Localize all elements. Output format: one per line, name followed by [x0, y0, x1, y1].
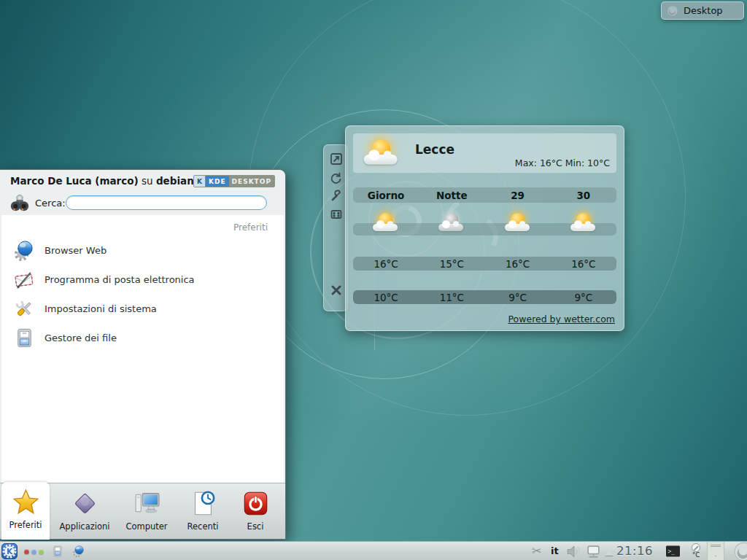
max-temp: 16°C	[551, 258, 616, 270]
tray-expander-icon[interactable]	[605, 551, 614, 556]
svg-text:K: K	[7, 547, 13, 556]
sun-cloud-icon	[371, 211, 400, 236]
weather-column-headers: Giorno Notte 29 30	[353, 187, 616, 203]
resize-icon[interactable]	[330, 152, 343, 166]
min-temp: 11°C	[419, 292, 484, 303]
kde-menu-icon[interactable]: K	[1, 543, 18, 559]
host-name: debian	[156, 175, 194, 187]
panel-clock[interactable]: 21:16	[616, 544, 663, 558]
list-item-mail[interactable]: Programma di posta elettronica	[1, 265, 284, 294]
col-header: Giorno	[353, 190, 419, 201]
weather-widget[interactable]: Lecce Max: 16°C Min: 10°C Giorno Notte 2…	[345, 125, 624, 331]
weather-max-row: 16°C 15°C 16°C 16°C	[353, 257, 616, 271]
min-temp: 9°C	[485, 292, 551, 303]
kde-logo-mini: K	[194, 176, 206, 187]
panel-cashew-icon[interactable]	[734, 542, 747, 560]
volume-icon[interactable]	[566, 545, 582, 558]
section-label: Preferiti	[233, 222, 268, 233]
configure-icon[interactable]	[330, 190, 343, 203]
pager-dot-blue[interactable]	[31, 549, 36, 554]
svg-text:>_: >_	[668, 548, 676, 555]
list-item-settings[interactable]: Impostazioni di sistema	[1, 294, 284, 323]
tab-recenti[interactable]: Recenti	[179, 483, 226, 540]
max-temp: 16°C	[353, 258, 419, 270]
tab-esci[interactable]: Esci	[233, 483, 277, 540]
tab-preferiti[interactable]: Preferiti	[1, 482, 50, 540]
system-settings-icon	[13, 298, 36, 320]
file-manager-icon[interactable]	[51, 545, 64, 558]
search-label: Cerca:	[35, 198, 66, 209]
applications-icon	[71, 490, 98, 517]
col-header: 29	[485, 190, 551, 201]
search-input[interactable]	[66, 195, 267, 210]
star-icon	[12, 489, 39, 516]
power-icon	[242, 490, 269, 517]
user-connector: su	[142, 175, 153, 187]
tab-applicazioni[interactable]: Applicazioni	[55, 483, 114, 540]
keyboard-layout-indicator[interactable]: it	[551, 545, 559, 556]
applet-handle	[323, 144, 348, 311]
maximize-icon[interactable]	[330, 208, 343, 221]
web-browser-icon	[13, 239, 36, 262]
weather-icons-row	[353, 209, 616, 238]
sun-cloud-icon	[362, 138, 401, 171]
max-temp: 15°C	[419, 258, 484, 270]
kickoff-menu: Marco De Luca (marco) su debian K KDE DE…	[0, 169, 286, 540]
computer-icon	[133, 490, 160, 517]
kickoff-tab-bar: Preferiti Applicazioni Computer	[0, 483, 285, 539]
cashew-icon	[667, 5, 678, 17]
min-temp: 9°C	[551, 292, 616, 303]
weather-city: Lecce	[415, 142, 454, 157]
sun-cloud-icon	[503, 211, 533, 236]
max-temp: 16°C	[485, 258, 551, 270]
kde-desktop-badge: K KDE DESKTOP	[193, 175, 275, 187]
col-header: Notte	[419, 190, 484, 201]
email-icon	[13, 268, 36, 291]
bottom-panel: K ✂ it 21:16 >_ °C	[0, 541, 747, 560]
recent-icon	[190, 490, 217, 517]
web-browser-icon[interactable]	[72, 545, 85, 558]
user-name: Marco De Luca (marco)	[10, 175, 139, 187]
list-item-files[interactable]: Gestore dei file	[1, 323, 284, 352]
panel-widget-strip[interactable]	[707, 542, 724, 560]
terminal-icon[interactable]: >_	[665, 545, 681, 558]
user-identity: Marco De Luca (marco) su debian	[10, 175, 194, 187]
moon-cloud-icon	[437, 211, 466, 236]
min-temp: 10°C	[353, 292, 419, 303]
file-manager-icon	[13, 327, 36, 349]
sun-cloud-icon	[569, 211, 598, 236]
toolbox-label: Desktop	[684, 5, 723, 16]
col-header: 30	[551, 190, 616, 201]
list-item-browser[interactable]: Browser Web	[1, 236, 284, 265]
favorites-list: Preferiti Browser Web Programma di pos	[1, 215, 284, 484]
search-binoculars-icon	[9, 192, 31, 214]
clipboard-scissors-icon[interactable]: ✂	[532, 544, 541, 558]
rotate-icon[interactable]	[330, 171, 343, 184]
weather-header: Lecce Max: 16°C Min: 10°C	[353, 133, 616, 173]
weather-tray-icon[interactable]: °C	[689, 543, 703, 559]
wetter-credit-link[interactable]: Powered by wetter.com	[508, 314, 616, 324]
pager-dot-red[interactable]	[24, 549, 29, 554]
pager-dot-green[interactable]	[39, 549, 44, 554]
tab-computer[interactable]: Computer	[118, 483, 175, 540]
close-icon[interactable]	[330, 284, 343, 297]
no-data-icon	[692, 543, 700, 552]
weather-min-row: 10°C 11°C 9°C 9°C	[353, 290, 616, 304]
network-monitor-icon[interactable]	[586, 545, 601, 559]
weather-summary: Max: 16°C Min: 10°C	[515, 158, 610, 168]
desktop-toolbox[interactable]: Desktop	[661, 1, 744, 20]
